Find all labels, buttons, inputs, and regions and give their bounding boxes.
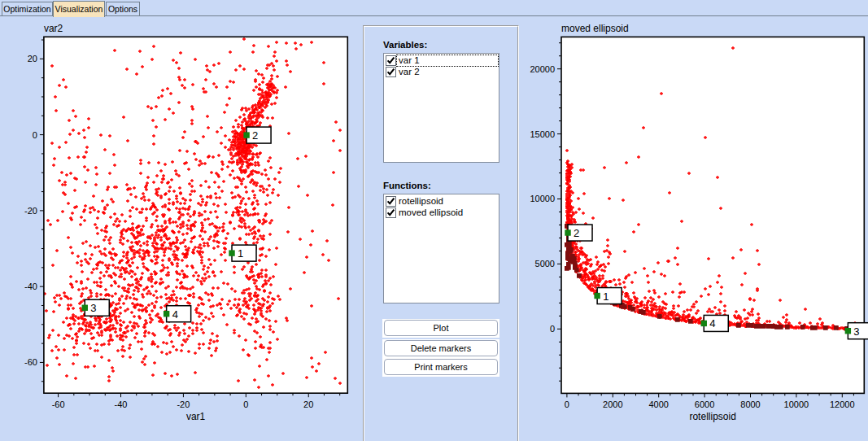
tab-optimization[interactable]: Optimization: [2, 2, 53, 15]
variables-listbox[interactable]: var 1var 2: [383, 53, 499, 163]
marker-label-box: [85, 299, 109, 316]
variable-checkbox-2[interactable]: [386, 67, 396, 77]
plot-area: [561, 37, 864, 393]
variable-space-plot[interactable]: var2-60-40-20020-60-40-20020var12134: [0, 17, 364, 441]
functions-label: Functions:: [383, 181, 431, 190]
y-tick-label: 20: [28, 54, 37, 63]
x-tick-label: 4000: [648, 400, 668, 409]
variable-label-1: var 1: [396, 55, 499, 67]
x-tick-label: 8000: [740, 400, 760, 409]
print-markers-button[interactable]: Print markers: [384, 359, 498, 375]
y-tick-label: 15000: [530, 129, 555, 139]
x-tick-label: 0: [565, 400, 569, 409]
marker-4[interactable]: 4: [701, 315, 729, 331]
x-tick-label: 12000: [830, 400, 855, 409]
visualization-window: Optimization Visualization Options var2-…: [0, 0, 868, 441]
x-tick-label: -40: [115, 400, 128, 409]
x-axis-label: rotellipsoid: [689, 411, 735, 422]
marker-1[interactable]: 1: [229, 245, 256, 261]
x-tick-label: -60: [52, 400, 65, 409]
marker-label: 2: [574, 227, 579, 239]
print-markers-button-frame: Print markers: [382, 358, 499, 377]
objective-space-plot[interactable]: moved ellipsoid0200040006000800010000120…: [525, 17, 868, 441]
marker-point: [164, 311, 169, 317]
marker-point: [82, 305, 88, 311]
marker-label: 3: [90, 302, 96, 314]
variable-item-1[interactable]: var 1: [384, 55, 499, 66]
marker-label-box: [568, 225, 592, 241]
variable-item-2[interactable]: var 2: [384, 66, 499, 77]
marker-label: 2: [252, 129, 258, 142]
plot-title: moved ellipsoid: [561, 23, 629, 34]
plot-area: [44, 37, 347, 393]
y-tick-label: 0: [550, 324, 555, 334]
function-checkbox-1[interactable]: [386, 196, 396, 207]
marker-label-box: [704, 315, 728, 331]
function-item-2[interactable]: moved ellipsoid: [384, 207, 499, 218]
x-tick-label: 6000: [695, 400, 714, 409]
tab-bar: Optimization Visualization Options: [0, 0, 868, 17]
marker-point: [594, 293, 600, 299]
marker-point: [229, 250, 234, 255]
y-tick-label: -40: [24, 282, 37, 291]
delete-markers-button[interactable]: Delete markers: [384, 340, 498, 356]
marker-label-box: [597, 288, 622, 304]
y-tick-label: 0: [33, 130, 37, 140]
x-tick-label: -20: [177, 400, 190, 409]
function-label-1: rotellipsoid: [396, 195, 499, 207]
marker-point: [845, 328, 851, 334]
functions-listbox[interactable]: rotellipsoidmoved ellipsoid: [383, 194, 499, 303]
tab-visualization[interactable]: Visualization: [53, 1, 105, 17]
x-tick-label: 10000: [784, 400, 809, 409]
marker-label: 1: [238, 247, 243, 260]
marker-label-box: [246, 127, 271, 143]
variables-label: Variables:: [383, 40, 427, 50]
marker-label-box: [167, 306, 191, 322]
marker-2[interactable]: 2: [243, 127, 271, 143]
marker-2[interactable]: 2: [565, 225, 592, 241]
delete-markers-button-frame: Delete markers: [382, 339, 499, 358]
marker-label: 1: [603, 290, 608, 303]
x-axis-label: var1: [186, 411, 206, 422]
plot-title: var2: [44, 23, 63, 34]
x-tick-label: 0: [243, 400, 248, 409]
marker-point: [701, 321, 707, 326]
marker-label: 4: [709, 317, 715, 330]
tab-options[interactable]: Options: [106, 2, 140, 15]
x-tick-label: 20: [303, 400, 313, 409]
marker-3[interactable]: 3: [845, 323, 868, 339]
y-tick-label: -20: [24, 206, 37, 216]
marker-label-box: [232, 245, 256, 261]
function-label-2: moved ellipsoid: [396, 207, 499, 219]
marker-3[interactable]: 3: [82, 299, 110, 316]
control-panel: Variables: var 1var 2 Functions: rotelli…: [363, 25, 519, 441]
y-tick-label: -60: [24, 357, 37, 367]
function-checkbox-2[interactable]: [386, 207, 396, 218]
function-item-1[interactable]: rotellipsoid: [384, 195, 499, 207]
plot-button-frame: Plot: [382, 319, 499, 338]
marker-point: [243, 132, 249, 138]
x-tick-label: 2000: [603, 400, 622, 409]
variable-label-2: var 2: [396, 66, 499, 78]
marker-4[interactable]: 4: [164, 306, 191, 322]
plot-button[interactable]: Plot: [384, 320, 498, 336]
y-tick-label: 5000: [535, 259, 555, 269]
marker-point: [565, 229, 570, 235]
marker-1[interactable]: 1: [594, 288, 622, 304]
variable-checkbox-1[interactable]: [386, 55, 396, 66]
marker-label: 3: [853, 325, 859, 338]
marker-label: 4: [172, 308, 178, 321]
y-tick-label: 10000: [530, 194, 555, 203]
y-tick-label: 20000: [530, 64, 555, 74]
